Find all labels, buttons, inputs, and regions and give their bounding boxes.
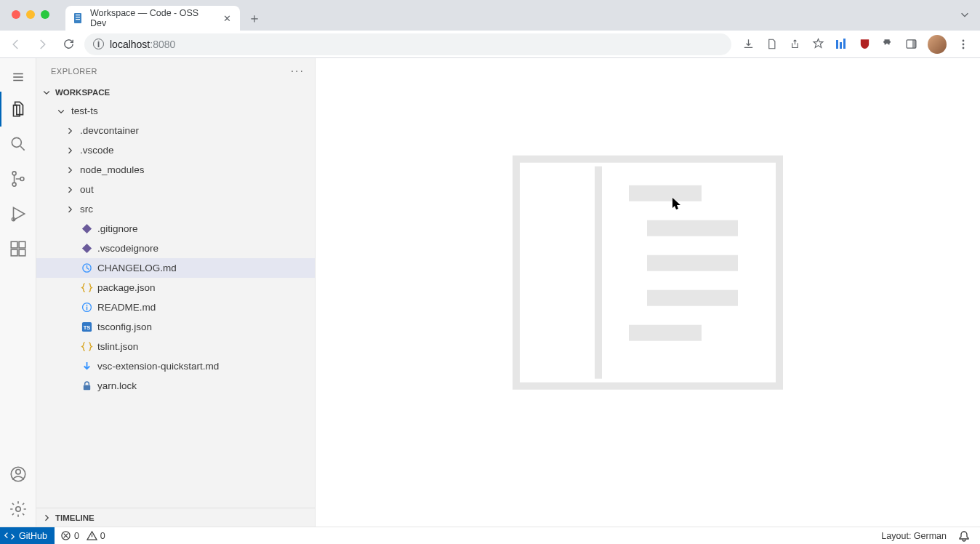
tree-file[interactable]: yarn.lock: [36, 376, 315, 396]
svg-rect-32: [523, 167, 595, 379]
folder-label: .devcontainer: [80, 125, 139, 136]
file-icon: [80, 263, 93, 273]
extension-icon-1[interactable]: [835, 38, 848, 51]
file-label: tslint.json: [97, 341, 138, 352]
file-icon: [80, 243, 93, 254]
tree-file[interactable]: TStsconfig.json: [36, 317, 315, 337]
svg-rect-2: [76, 17, 80, 17]
svg-point-12: [12, 137, 21, 147]
file-label: .gitignore: [97, 223, 138, 234]
nav-forward-button[interactable]: [32, 34, 52, 55]
ublock-icon[interactable]: [858, 38, 871, 51]
new-tab-button[interactable]: ＋: [244, 8, 265, 28]
tree-folder[interactable]: src: [36, 199, 315, 219]
site-info-icon[interactable]: i: [93, 39, 104, 49]
svg-rect-36: [647, 255, 738, 271]
chevron-down-icon: [41, 88, 52, 97]
svg-text:TS: TS: [83, 324, 90, 331]
folder-label: src: [80, 204, 93, 215]
warning-count: 0: [100, 531, 105, 541]
tab-favicon: [73, 12, 84, 24]
activity-settings[interactable]: [0, 492, 36, 527]
tree-folder[interactable]: node_modules: [36, 160, 315, 180]
url-host: localhost: [110, 39, 150, 50]
tree-file[interactable]: .vscodeignore: [36, 239, 315, 258]
file-icon: [80, 282, 93, 293]
editor-area[interactable]: [316, 58, 980, 527]
tree-file[interactable]: README.md: [36, 297, 315, 317]
address-bar[interactable]: i localhost:8080: [84, 33, 731, 55]
window-close-button[interactable]: [12, 10, 20, 19]
explorer-sidebar: EXPLORER ··· WORKSPACE test-ts.devcontai…: [36, 58, 316, 527]
mouse-cursor: [672, 197, 682, 213]
empty-editor-watermark: [516, 159, 779, 389]
bell-icon: [958, 530, 970, 542]
window-zoom-button[interactable]: [41, 10, 49, 19]
app-menu-button[interactable]: [0, 63, 36, 92]
svg-rect-38: [629, 325, 702, 341]
svg-rect-8: [912, 40, 915, 48]
activity-bar: [0, 58, 36, 527]
folder-label: test-ts: [71, 105, 98, 116]
folder-label: out: [80, 184, 94, 195]
share-icon[interactable]: [788, 38, 801, 51]
tree-file[interactable]: CHANGELOG.md: [36, 258, 315, 278]
notifications-bell[interactable]: [952, 530, 976, 542]
file-icon: [80, 223, 93, 234]
profile-avatar[interactable]: [928, 35, 947, 54]
window-minimize-button[interactable]: [26, 10, 35, 19]
tree-folder[interactable]: .vscode: [36, 140, 315, 160]
folder-label: .vscode: [80, 145, 114, 156]
layout-label: Layout: German: [881, 531, 947, 541]
svg-point-15: [20, 177, 23, 181]
svg-rect-34: [629, 185, 702, 201]
remote-indicator[interactable]: GitHub: [0, 527, 55, 544]
tree-file[interactable]: .gitignore: [36, 219, 315, 239]
timeline-section-header[interactable]: TIMELINE: [36, 508, 315, 527]
tree-folder[interactable]: out: [36, 180, 315, 199]
tree-file[interactable]: package.json: [36, 278, 315, 297]
activity-run-debug[interactable]: [0, 196, 36, 231]
browser-tab[interactable]: Workspace — Code - OSS Dev ✕: [65, 6, 240, 31]
nav-reload-button[interactable]: [58, 34, 79, 55]
tab-overflow-button[interactable]: [960, 9, 970, 23]
tree-folder-root[interactable]: test-ts: [36, 101, 315, 121]
activity-search[interactable]: [0, 127, 36, 161]
extensions-puzzle-icon[interactable]: [881, 38, 894, 51]
chevron-right-icon: [64, 185, 76, 194]
svg-rect-30: [83, 385, 89, 391]
svg-point-10: [963, 43, 965, 45]
activity-accounts[interactable]: [0, 457, 36, 492]
status-bar: GitHub 0 0 Layout: German: [0, 527, 980, 544]
install-icon[interactable]: [742, 38, 755, 51]
chevron-right-icon: [64, 205, 76, 214]
workspace-section-header[interactable]: WORKSPACE: [36, 84, 315, 101]
svg-rect-19: [19, 249, 25, 256]
nav-back-button[interactable]: [6, 34, 26, 55]
tree-file[interactable]: vsc-extension-quickstart.md: [36, 356, 315, 376]
browser-menu-icon[interactable]: [957, 38, 970, 51]
svg-rect-1: [76, 15, 80, 15]
explorer-more-button[interactable]: ···: [291, 65, 305, 78]
window-controls: [12, 10, 49, 19]
keyboard-layout-indicator[interactable]: Layout: German: [875, 531, 952, 541]
svg-point-13: [12, 172, 16, 175]
svg-rect-6: [843, 39, 846, 49]
svg-rect-33: [595, 167, 602, 379]
svg-point-26: [86, 305, 87, 306]
browser-tab-strip: Workspace — Code - OSS Dev ✕ ＋: [0, 0, 980, 31]
tree-file[interactable]: tslint.json: [36, 337, 315, 356]
file-tree: test-ts.devcontainer.vscodenode_moduleso…: [36, 101, 315, 508]
bookmark-star-icon[interactable]: [811, 38, 824, 51]
file-label: README.md: [97, 302, 156, 313]
svg-point-9: [963, 39, 965, 41]
document-icon[interactable]: [765, 38, 778, 51]
problems-indicator[interactable]: 0 0: [55, 527, 111, 544]
activity-explorer[interactable]: [0, 92, 36, 127]
activity-extensions[interactable]: [0, 231, 36, 266]
tree-folder[interactable]: .devcontainer: [36, 121, 315, 140]
tab-close-button[interactable]: ✕: [222, 13, 233, 24]
activity-source-control[interactable]: [0, 161, 36, 196]
svg-point-23: [15, 507, 20, 512]
sidepanel-icon[interactable]: [904, 38, 917, 51]
